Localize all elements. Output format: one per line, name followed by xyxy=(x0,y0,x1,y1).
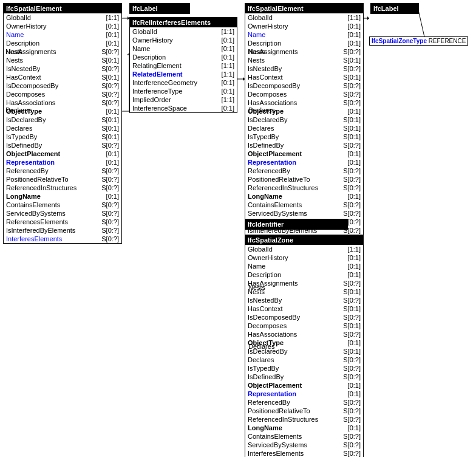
table-row: Name[0:1] xyxy=(4,30,121,39)
ifc-identifier-title: IfcIdentifier xyxy=(248,221,284,228)
ifc-label-2-box: IfcLabel xyxy=(370,3,419,14)
table-row: HasAssociationsS[0:?] xyxy=(4,98,121,107)
table-row: ServicedBySystemsS[0:?] xyxy=(245,209,363,218)
table-row: PositionedRelativeToS[0:?] xyxy=(245,175,363,184)
table-row: ImpliedOrder[1:1] xyxy=(130,95,237,104)
table-row: Description[0:1] xyxy=(130,53,237,61)
table-row: IsDefinedByS[0:?] xyxy=(4,141,121,149)
table-row: ReferencedInStructuresS[0:?] xyxy=(4,184,121,192)
table-row: OwnerHistory[0:1] xyxy=(245,22,363,30)
table-row: HasContextS[0:1] xyxy=(245,304,363,313)
ifc-spatial-element-1-title: IfcSpatialElement xyxy=(6,5,62,12)
ifc-spatial-element-2-title: IfcSpatialElement xyxy=(248,5,304,12)
table-row: IsDeclaredByS[0:1] xyxy=(4,115,121,124)
diagram-container: IfcSpatialElement GlobalId[1:1] OwnerHis… xyxy=(0,0,476,457)
table-row: DecomposesS[0:1] xyxy=(245,321,363,330)
ifc-label-2-header: IfcLabel xyxy=(371,4,418,13)
table-row: GlobalId[1:1] xyxy=(4,13,121,22)
nests-label-1: Nests xyxy=(5,48,22,55)
table-row: NestsS[0:1] xyxy=(4,56,121,64)
ifc-spatial-element-1-box: IfcSpatialElement GlobalId[1:1] OwnerHis… xyxy=(3,3,122,244)
ifc-spatial-element-2-header: IfcSpatialElement xyxy=(245,4,363,13)
table-row: ObjectPlacement[0:1] xyxy=(245,149,363,158)
table-row: IsNestedByS[0:?] xyxy=(245,296,363,304)
table-row: Representation[0:1] xyxy=(245,390,363,398)
table-row: HasContextS[0:1] xyxy=(245,73,363,81)
table-row: LongName[0:1] xyxy=(245,192,363,201)
declares-label-2: Declares xyxy=(248,106,274,114)
table-row: Name[0:1] xyxy=(130,44,237,53)
table-row: IsDecomposedByS[0:?] xyxy=(245,313,363,321)
table-row: Description[0:1] xyxy=(4,39,121,47)
table-row: Description[0:1] xyxy=(245,270,363,279)
table-row: ReferencedByS[0:?] xyxy=(4,167,121,175)
table-row: GlobalId[1:1] xyxy=(245,245,363,253)
table-row: IsDeclaredByS[0:1] xyxy=(245,115,363,124)
table-row: GlobalId[1:1] xyxy=(130,27,237,36)
table-row: IsTypedByS[0:1] xyxy=(4,132,121,141)
ifc-spatial-zone-title: IfcSpatialZone xyxy=(248,236,293,244)
table-row: IsTypedByS[0:?] xyxy=(245,364,363,373)
table-row: Description[0:1] xyxy=(245,39,363,47)
table-row: ReferencedInStructuresS[0:?] xyxy=(245,415,363,424)
table-row: PositionedRelativeToS[0:?] xyxy=(245,407,363,415)
table-row: DeclaresS[0:?] xyxy=(245,356,363,364)
declares-label-1: Declares xyxy=(5,106,32,114)
table-row: ContainsElementsS[0:?] xyxy=(245,432,363,441)
ifc-rel-interferes-elements-title: IfcRelInterferesElements xyxy=(132,19,211,26)
table-row: InterferenceGeometry[0:1] xyxy=(130,78,237,87)
table-row: DecomposesS[0:?] xyxy=(245,90,363,98)
ifc-label-2-title: IfcLabel xyxy=(373,5,399,12)
table-row: IsTypedByS[0:1] xyxy=(245,132,363,141)
table-row: DeclaresS[0:1] xyxy=(4,124,121,132)
table-row: OwnerHistory[0:1] xyxy=(4,22,121,30)
nests-label-2: Nests xyxy=(248,48,265,55)
table-row: DecomposesS[0:?] xyxy=(4,90,121,98)
ifc-spatial-zone-body: GlobalId[1:1] OwnerHistory[0:1] Name[0:1… xyxy=(245,245,363,457)
table-row: IsDecomposedByS[0:?] xyxy=(4,81,121,90)
table-row: IsNestedByS[0:?] xyxy=(245,64,363,73)
table-row: ObjectPlacement[0:1] xyxy=(245,381,363,390)
table-row: ServicedBySystemsS[0:?] xyxy=(4,209,121,218)
ifc-spatial-element-2-box: IfcSpatialElement GlobalId[1:1] OwnerHis… xyxy=(245,3,364,244)
table-row: LongName[0:1] xyxy=(245,424,363,432)
table-row: OwnerHistory[0:1] xyxy=(130,36,237,44)
table-row: Representation[0:1] xyxy=(4,158,121,167)
table-row: ObjectPlacement[0:1] xyxy=(4,149,121,158)
table-row: Name[0:1] xyxy=(245,30,363,39)
table-row: IsNestedByS[0:?] xyxy=(4,64,121,73)
ifc-rel-interferes-elements-body: GlobalId[1:1] OwnerHistory[0:1] Name[0:1… xyxy=(130,27,237,112)
table-row: RelatingElement[1:1] xyxy=(130,61,237,70)
table-row: InterferesElementsS[0:?] xyxy=(245,449,363,457)
table-row: IsInterferedByElementsS[0:?] xyxy=(4,226,121,235)
ifc-rel-interferes-elements-box: IfcRelInterferesElements GlobalId[1:1] O… xyxy=(129,17,237,113)
table-row: ContainsElementsS[0:?] xyxy=(4,201,121,209)
table-row: DeclaresS[0:1] xyxy=(245,124,363,132)
table-row: NestsS[0:1] xyxy=(245,56,363,64)
table-row: HasAssociationsS[0:?] xyxy=(245,330,363,338)
ifc-spatial-zone-type-reference: IfcSpatialZoneType REFERENCE xyxy=(369,36,468,46)
table-row: ReferencedByS[0:?] xyxy=(245,398,363,407)
table-row: IsDefinedByS[0:?] xyxy=(245,141,363,149)
ifc-label-1-box: IfcLabel xyxy=(129,3,190,14)
table-row: ContainsElementsS[0:?] xyxy=(245,201,363,209)
table-row: HasAssociationsS[0:?] xyxy=(245,98,363,107)
table-row: ServicedBySystemsS[0:?] xyxy=(245,441,363,449)
declares-label-3: Declares xyxy=(248,343,274,350)
table-row: IsDefinedByS[0:?] xyxy=(245,373,363,381)
table-row: IsDecomposedByS[0:?] xyxy=(245,81,363,90)
ifc-label-1-header: IfcLabel xyxy=(130,4,189,13)
ifc-identifier-box: IfcIdentifier xyxy=(245,219,348,230)
nests-label-3: Nests xyxy=(248,284,265,291)
ifc-identifier-header: IfcIdentifier xyxy=(245,219,347,229)
table-row: ReferencesElementsS[0:?] xyxy=(4,218,121,226)
table-row: InterferenceType[0:1] xyxy=(130,87,237,95)
table-row: Name[0:1] xyxy=(245,262,363,270)
table-row: PositionedRelativeToS[0:?] xyxy=(4,175,121,184)
svg-marker-8 xyxy=(367,16,369,20)
table-row: GlobalId[1:1] xyxy=(245,13,363,22)
ifc-spatial-zone-header: IfcSpatialZone xyxy=(245,235,363,245)
table-row: ReferencedInStructuresS[0:?] xyxy=(245,184,363,192)
table-row: OwnerHistory[0:1] xyxy=(245,253,363,262)
table-row: Representation[0:1] xyxy=(245,158,363,167)
